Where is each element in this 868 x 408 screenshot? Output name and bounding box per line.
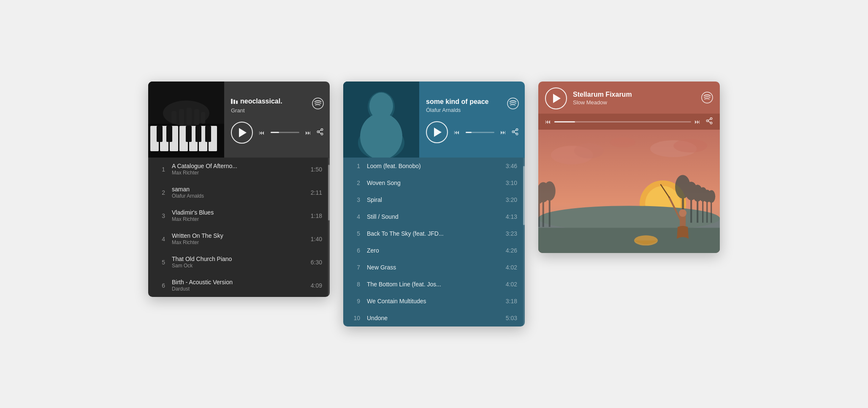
track-name: Written On The Sky: [172, 232, 306, 239]
track-row[interactable]: 1 Loom (feat. Bonobo) 3:46: [343, 158, 525, 174]
track-row[interactable]: 4 Still / Sound 4:13: [343, 208, 525, 225]
card-some-kind-of-peace: some kind of peace Ólafur Arnalds: [343, 82, 525, 326]
spotify-icon-card2[interactable]: [507, 98, 519, 111]
svg-rect-21: [233, 100, 235, 104]
card1-play-button[interactable]: [231, 122, 253, 144]
svg-rect-16: [179, 109, 184, 125]
track-number: 5: [156, 259, 165, 266]
track-duration: 4:09: [311, 282, 322, 289]
track-number: 6: [156, 282, 165, 289]
track-row[interactable]: 7 New Grass 4:02: [343, 259, 525, 276]
track-duration: 6:30: [311, 259, 322, 266]
card3-artist: Slow Meadow: [573, 99, 607, 106]
app-container: neoclassical. Grant: [131, 56, 737, 352]
track-row[interactable]: 10 Undone 5:03: [343, 310, 525, 326]
svg-point-52: [610, 137, 635, 147]
track-row[interactable]: 1 A Catalogue Of Afterno... Max Richter …: [148, 158, 330, 181]
card1-progress-bar[interactable]: [271, 132, 299, 133]
card1-playlist-name: neoclassical.: [240, 98, 282, 105]
track-duration: 3:23: [506, 230, 517, 237]
svg-rect-11: [186, 126, 192, 142]
svg-rect-10: [166, 126, 172, 142]
svg-rect-57: [538, 228, 720, 253]
track-row[interactable]: 3 Spiral 3:20: [343, 191, 525, 208]
track-row[interactable]: 5 Back To The Sky (feat. JFD... 3:23: [343, 225, 525, 242]
track-name: That Old Church Piano: [172, 256, 306, 262]
card2-progress-bar[interactable]: [466, 132, 494, 133]
svg-rect-17: [187, 108, 192, 125]
card3-progress-row: ⏮ ⏭: [538, 114, 720, 130]
track-row[interactable]: 8 The Bottom Line (feat. Jos... 4:02: [343, 276, 525, 293]
track-row[interactable]: 6 Birth - Acoustic Version Dardust 4:09: [148, 274, 330, 297]
card2-scrollbar[interactable]: [523, 158, 525, 326]
card1-share-button[interactable]: [316, 128, 324, 137]
card2-share-button[interactable]: [511, 128, 519, 137]
track-info: Still / Sound: [367, 213, 501, 220]
svg-rect-19: [201, 112, 205, 124]
card3-progress-bar[interactable]: [554, 121, 691, 122]
svg-rect-20: [231, 99, 233, 104]
svg-point-35: [507, 98, 518, 109]
card3-prev-button[interactable]: ⏮: [545, 118, 551, 125]
card3-share-button[interactable]: [705, 117, 713, 126]
card1-header-info: neoclassical. Grant: [224, 92, 330, 148]
svg-point-77: [679, 209, 686, 217]
card3-play-button[interactable]: [545, 87, 567, 109]
track-info: We Contain Multitudes: [367, 298, 501, 305]
track-name: Spiral: [367, 196, 501, 203]
card2-playlist-name: some kind of peace: [426, 98, 489, 106]
track-row[interactable]: 9 We Contain Multitudes 3:18: [343, 293, 525, 310]
track-number: 10: [351, 315, 360, 321]
track-row[interactable]: 6 Zero 4:26: [343, 242, 525, 259]
track-duration: 3:20: [506, 196, 517, 203]
svg-line-27: [319, 132, 321, 133]
track-row[interactable]: 2 saman Ólafur Arnalds 2:11: [148, 181, 330, 204]
spotify-icon-card3[interactable]: [701, 92, 713, 105]
svg-point-69: [708, 190, 715, 203]
card2-controls: ⏮ ⏭: [426, 121, 519, 143]
track-name: Zero: [367, 247, 501, 254]
svg-point-51: [673, 139, 707, 152]
track-row[interactable]: 3 Vladimir's Blues Max Richter 1:18: [148, 204, 330, 227]
card3-title-group: Stellarum Fixarum Slow Meadow: [573, 91, 695, 106]
track-info: saman Ólafur Arnalds: [172, 186, 306, 199]
track-row[interactable]: 4 Written On The Sky Max Richter 1:40: [148, 227, 330, 250]
track-duration: 1:40: [311, 236, 322, 242]
card2-artist: Ólafur Arnalds: [426, 107, 461, 113]
track-duration: 3:18: [506, 298, 517, 305]
card1-next-button[interactable]: ⏭: [305, 129, 311, 136]
svg-rect-76: [680, 215, 686, 228]
track-name: A Catalogue Of Afterno...: [172, 163, 306, 169]
track-name: Still / Sound: [367, 213, 501, 220]
track-artist: Max Richter: [172, 170, 306, 176]
card2-prev-button[interactable]: ⏮: [454, 129, 460, 136]
track-info: The Bottom Line (feat. Jos...: [367, 281, 501, 288]
card3-album-art: [538, 130, 720, 253]
track-info: A Catalogue Of Afterno... Max Richter: [172, 163, 306, 176]
svg-line-39: [514, 132, 516, 133]
track-number: 2: [156, 189, 165, 196]
svg-point-75: [544, 181, 556, 201]
track-row[interactable]: 2 Woven Song 3:10: [343, 174, 525, 191]
svg-line-28: [319, 130, 321, 131]
track-name: saman: [172, 186, 306, 193]
spotify-icon-card1[interactable]: [312, 98, 324, 111]
svg-rect-13: [205, 126, 211, 142]
card2-next-button[interactable]: ⏭: [500, 129, 506, 136]
card1-prev-button[interactable]: ⏮: [259, 129, 265, 136]
track-name: Woven Song: [367, 180, 501, 186]
track-info: Zero: [367, 247, 501, 254]
track-info: Back To The Sky (feat. JFD...: [367, 230, 501, 237]
track-artist: Ólafur Arnalds: [172, 193, 306, 199]
card1-scrollbar[interactable]: [328, 158, 330, 297]
track-info: Vladimir's Blues Max Richter: [172, 209, 306, 222]
track-info: New Grass: [367, 264, 501, 271]
card2-title-group: some kind of peace Ólafur Arnalds: [426, 98, 489, 114]
card3-next-button[interactable]: ⏭: [694, 118, 700, 125]
card1-album-art: [148, 82, 224, 158]
track-row[interactable]: 5 That Old Church Piano Sam Ock 6:30: [148, 250, 330, 274]
svg-line-46: [708, 119, 710, 120]
track-duration: 3:46: [506, 163, 517, 169]
svg-point-23: [312, 98, 323, 109]
card2-play-button[interactable]: [426, 121, 448, 143]
